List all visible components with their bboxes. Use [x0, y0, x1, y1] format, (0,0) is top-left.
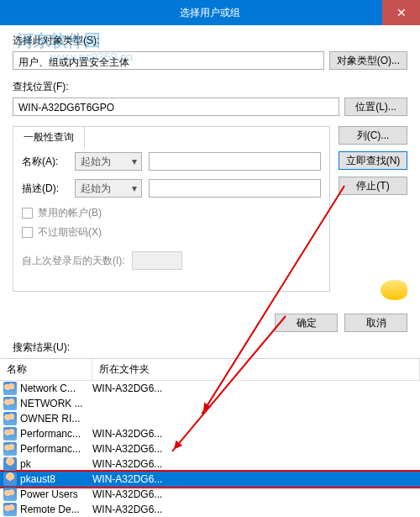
item-name: OWNER RI...	[20, 413, 80, 425]
group-icon	[3, 412, 17, 425]
col-folder[interactable]: 所在文件夹	[92, 359, 420, 380]
group-icon	[3, 442, 17, 456]
search-icon	[381, 280, 407, 300]
desc-input[interactable]	[149, 179, 321, 198]
group-icon	[3, 427, 17, 441]
query-groupbox: 一般性查询 名称(A): 起始为 描述(D): 起始为 禁用的帐户(B)	[13, 126, 330, 292]
no-expire-label: 不过期密码(X)	[38, 225, 102, 240]
name-label: 名称(A):	[22, 155, 68, 169]
list-item[interactable]: Performanc...WIN-A32DG6...	[0, 441, 420, 456]
item-folder: WIN-A32DG6...	[92, 504, 420, 515]
item-name: Performanc...	[20, 443, 81, 455]
name-input[interactable]	[149, 152, 321, 171]
item-name: Power Users	[20, 488, 78, 500]
item-folder: WIN-A32DG6...	[92, 382, 420, 394]
columns-button[interactable]: 列(C)...	[339, 126, 407, 145]
list-item[interactable]: OWNER RI...	[0, 411, 420, 426]
name-operator-select[interactable]: 起始为	[75, 152, 142, 171]
object-type-field: 用户、组或内置安全主体	[13, 51, 324, 70]
user-icon	[3, 472, 17, 486]
title-bar: 选择用户或组 ✕	[0, 0, 420, 25]
item-name: NETWORK ...	[20, 398, 83, 409]
user-icon	[3, 457, 17, 471]
list-item[interactable]: NETWORK ...	[0, 396, 420, 411]
list-header: 名称 所在文件夹	[0, 359, 420, 381]
list-item[interactable]: Remote De...WIN-A32DG6...	[0, 502, 420, 517]
group-icon	[3, 382, 17, 395]
desc-label: 描述(D):	[22, 182, 68, 196]
general-query-tab[interactable]: 一般性查询	[13, 126, 85, 149]
results-label: 搜索结果(U):	[0, 337, 420, 358]
list-item[interactable]: pkaust8WIN-A32DG6...	[0, 472, 420, 487]
item-folder: WIN-A32DG6...	[92, 458, 420, 470]
location-field: WIN-A32DG6T6GPO	[13, 98, 339, 116]
list-item[interactable]: pkWIN-A32DG6...	[0, 456, 420, 472]
object-type-button[interactable]: 对象类型(O)...	[329, 51, 407, 70]
find-now-button[interactable]: 立即查找(N)	[339, 151, 407, 170]
group-icon	[3, 503, 17, 516]
group-icon	[3, 488, 17, 501]
disabled-accounts-label: 禁用的帐户(B)	[38, 206, 102, 220]
location-button[interactable]: 位置(L)...	[344, 98, 407, 116]
item-folder: WIN-A32DG6...	[92, 443, 420, 455]
group-icon	[3, 397, 17, 410]
location-label: 查找位置(F):	[13, 80, 407, 94]
col-name[interactable]: 名称	[0, 359, 92, 380]
item-folder: WIN-A32DG6...	[92, 473, 420, 485]
cancel-button[interactable]: 取消	[344, 314, 407, 332]
object-type-label: 选择此对象类型(S):	[13, 34, 407, 48]
item-name: pk	[20, 458, 31, 470]
dialog-title: 选择用户或组	[180, 6, 240, 20]
days-select[interactable]	[132, 251, 182, 270]
list-item[interactable]: Performanc...WIN-A32DG6...	[0, 426, 420, 441]
item-name: Remote De...	[20, 504, 80, 515]
item-name: Performanc...	[20, 428, 81, 440]
item-name: pkaust8	[20, 473, 55, 485]
item-folder: WIN-A32DG6...	[92, 428, 420, 440]
results-list[interactable]: 名称 所在文件夹 Network C...WIN-A32DG6...NETWOR…	[0, 358, 420, 517]
stop-button[interactable]: 停止(T)	[339, 177, 407, 195]
item-folder: WIN-A32DG6...	[92, 488, 420, 500]
list-item[interactable]: Network C...WIN-A32DG6...	[0, 381, 420, 396]
ok-button[interactable]: 确定	[275, 314, 338, 332]
item-name: Network C...	[20, 382, 76, 394]
disabled-accounts-checkbox[interactable]	[22, 208, 33, 219]
days-label: 自上次登录后的天数(I):	[22, 254, 125, 268]
close-button[interactable]: ✕	[382, 0, 420, 25]
list-item[interactable]: Power UsersWIN-A32DG6...	[0, 487, 420, 502]
desc-operator-select[interactable]: 起始为	[75, 179, 142, 198]
no-expire-checkbox[interactable]	[22, 227, 33, 238]
